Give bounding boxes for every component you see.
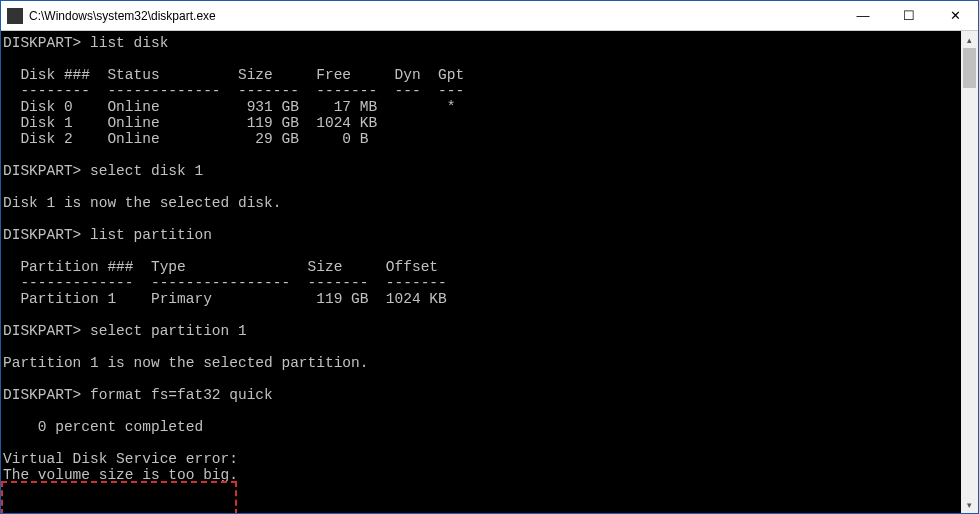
console-output[interactable]: DISKPART> list disk Disk ### Status Size… [1, 31, 961, 513]
scroll-up-arrow[interactable]: ▴ [961, 31, 978, 48]
console-area: DISKPART> list disk Disk ### Status Size… [1, 31, 978, 513]
scroll-down-arrow[interactable]: ▾ [961, 496, 978, 513]
scroll-thumb[interactable] [963, 48, 976, 88]
maximize-button[interactable]: ☐ [886, 1, 932, 31]
vertical-scrollbar[interactable]: ▴ ▾ [961, 31, 978, 513]
close-button[interactable]: ✕ [932, 1, 978, 31]
window-titlebar: C:\Windows\system32\diskpart.exe — ☐ ✕ [1, 1, 978, 31]
window-title: C:\Windows\system32\diskpart.exe [29, 9, 216, 23]
minimize-button[interactable]: — [840, 1, 886, 31]
app-icon [7, 8, 23, 24]
